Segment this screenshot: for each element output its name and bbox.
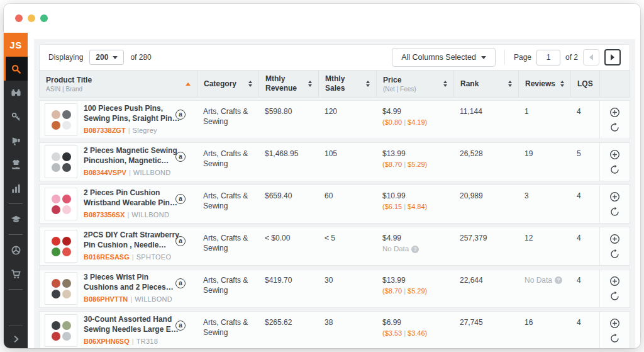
reviews-cell: 19 xyxy=(518,143,570,181)
product-thumbnail[interactable] xyxy=(45,272,77,305)
add-to-tracker-icon[interactable] xyxy=(609,191,620,202)
pie-chart-icon xyxy=(11,245,21,256)
table-header: Product Title ASIN | Brand Category Mthl… xyxy=(40,70,630,97)
product-thumbnail[interactable] xyxy=(45,145,77,178)
refresh-icon[interactable] xyxy=(609,333,620,344)
add-to-tracker-icon[interactable] xyxy=(609,276,620,287)
product-asin-link[interactable]: B087338ZGT xyxy=(84,127,126,134)
add-to-tracker-icon[interactable] xyxy=(609,318,620,329)
reviews-header-label: Reviews xyxy=(525,79,555,89)
reviews-cell: 12 xyxy=(518,227,570,265)
table-toolbar: Displaying 200 of 280 All Columns Select… xyxy=(40,45,630,70)
product-title-link[interactable]: 2 Pieces Pin Cushion Wristband Wearable … xyxy=(84,188,180,208)
sort-ascending-icon[interactable] xyxy=(186,82,191,86)
amazon-link-icon[interactable]: a xyxy=(175,278,186,288)
product-asin-link[interactable]: B016RESASG xyxy=(84,253,130,261)
price-value: $6.99 xyxy=(382,317,447,327)
column-header-sales[interactable]: Mthly Sales xyxy=(318,71,376,97)
question-icon[interactable]: ? xyxy=(411,246,419,253)
column-header-reviews[interactable]: Reviews xyxy=(518,71,570,97)
sidebar-item-shirt[interactable] xyxy=(4,152,28,176)
sidebar-expand-button[interactable] xyxy=(4,329,28,348)
sidebar-divider xyxy=(9,289,23,290)
refresh-icon[interactable] xyxy=(609,207,620,217)
row-actions xyxy=(599,185,630,223)
app-logo[interactable]: JS xyxy=(4,33,28,57)
column-header-category[interactable]: Category xyxy=(197,71,258,97)
minimize-window-dot[interactable] xyxy=(28,14,35,22)
page-number-input[interactable] xyxy=(536,50,560,65)
chevron-down-icon xyxy=(113,56,118,59)
lqs-cell: 5 xyxy=(570,143,599,181)
add-to-tracker-icon[interactable] xyxy=(609,107,620,118)
column-header-product-title[interactable]: Product Title ASIN | Brand xyxy=(40,71,197,97)
sidebar-item-binoculars[interactable] xyxy=(4,81,28,105)
sidebar-item-cart[interactable] xyxy=(4,262,28,286)
refresh-icon[interactable] xyxy=(609,164,620,175)
product-title-link[interactable]: 100 Pieces Push Pins, Sewing Pins, Sraig… xyxy=(84,104,180,123)
product-cell: 3 Pieces Wrist Pin Cushions and 2 Pieces… xyxy=(40,270,197,307)
next-page-button[interactable] xyxy=(604,49,621,65)
sidebar-item-bar-chart[interactable] xyxy=(4,176,28,200)
sort-icon[interactable] xyxy=(308,81,312,87)
product-thumbnail[interactable] xyxy=(45,103,77,136)
product-asin-link[interactable]: B06XPHN6SQ xyxy=(84,338,130,345)
category-cell: Arts, Crafts & Sewing xyxy=(197,312,258,348)
column-header-rank[interactable]: Rank xyxy=(453,71,518,97)
column-header-revenue[interactable]: Mthly Revenue xyxy=(258,71,318,97)
amazon-link-icon[interactable]: a xyxy=(175,236,186,246)
product-title-link[interactable]: 2 Pieces Magnetic Sewing Pincushion, Mag… xyxy=(84,146,180,166)
refresh-icon[interactable] xyxy=(609,249,620,259)
price-cell: $13.99 ($8.70|$5.29) xyxy=(376,143,453,181)
sort-icon[interactable] xyxy=(248,81,252,87)
product-asin-link[interactable]: B08344VSPV xyxy=(84,169,126,176)
revenue-cell: $659.40 xyxy=(258,185,318,223)
sort-icon[interactable] xyxy=(560,81,564,87)
amazon-link-icon[interactable]: a xyxy=(175,110,186,120)
maximize-window-dot[interactable] xyxy=(40,14,48,22)
refresh-icon[interactable] xyxy=(609,291,620,302)
sort-icon[interactable] xyxy=(508,81,512,87)
product-thumbnail[interactable] xyxy=(45,188,77,220)
product-thumbnail[interactable] xyxy=(45,230,77,263)
sort-icon[interactable] xyxy=(366,81,370,87)
price-value: $13.99 xyxy=(382,149,447,159)
product-title-link[interactable]: 2PCS DIY Craft Strawberry Pin Cushion , … xyxy=(84,230,180,250)
question-icon[interactable]: ? xyxy=(555,276,562,284)
amazon-link-icon[interactable]: a xyxy=(175,321,186,331)
pagination: Page of 2 xyxy=(514,49,621,65)
sidebar-item-search[interactable] xyxy=(4,57,28,81)
add-to-tracker-icon[interactable] xyxy=(609,149,620,160)
asin-brand-separator: | xyxy=(130,295,132,303)
sidebar-divider xyxy=(9,203,23,204)
lqs-cell: 4 xyxy=(570,227,599,265)
page-size-select[interactable]: 200 xyxy=(89,50,124,65)
sidebar-item-graduation-cap[interactable] xyxy=(4,207,28,231)
amazon-link-icon[interactable]: a xyxy=(175,152,186,162)
amazon-link-icon[interactable]: a xyxy=(175,194,186,204)
fees-separator: | xyxy=(404,329,406,337)
category-cell: Arts, Crafts & Sewing xyxy=(197,227,258,265)
graduation-cap-icon xyxy=(11,214,21,225)
prev-page-button[interactable] xyxy=(583,49,599,65)
add-to-tracker-icon[interactable] xyxy=(609,234,620,244)
sidebar-item-megaphone[interactable] xyxy=(4,128,28,152)
binoculars-icon xyxy=(11,88,21,98)
product-asin-link[interactable]: B086PHVTTN xyxy=(84,295,128,303)
column-header-price[interactable]: Price (Net | Fees) xyxy=(376,71,453,97)
product-asin-link[interactable]: B0873356SX xyxy=(84,211,125,219)
product-thumbnail[interactable] xyxy=(45,314,77,347)
product-cell: 2 Pieces Magnetic Sewing Pincushion, Mag… xyxy=(40,143,197,181)
sort-icon[interactable] xyxy=(443,81,447,87)
sidebar-item-pie-chart[interactable] xyxy=(4,238,28,262)
reviews-value: 16 xyxy=(525,318,533,327)
product-title-link[interactable]: 3 Pieces Wrist Pin Cushions and 2 Pieces… xyxy=(84,273,180,292)
product-title-link[interactable]: 30-Count Assorted Hand Sewing Needles La… xyxy=(84,315,180,334)
category-cell: Arts, Crafts & Sewing xyxy=(197,143,258,181)
asin-brand-separator: | xyxy=(132,253,134,261)
sidebar-item-key[interactable] xyxy=(4,105,28,128)
main-panel: Displaying 200 of 280 All Columns Select… xyxy=(34,39,635,348)
columns-selected-button[interactable]: All Columns Selected xyxy=(392,48,496,67)
close-window-dot[interactable] xyxy=(15,14,23,22)
refresh-icon[interactable] xyxy=(609,122,620,133)
